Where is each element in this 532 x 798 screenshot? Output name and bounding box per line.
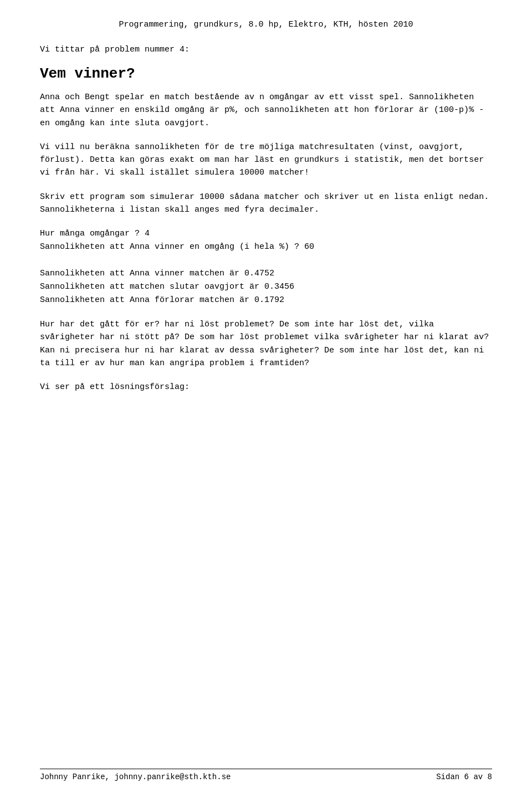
main-heading: Vem vinner? xyxy=(40,65,492,82)
header-title: Programmering, grundkurs, 8.0 hp, Elektr… xyxy=(119,20,413,29)
paragraph-1: Anna och Bengt spelar en match bestående… xyxy=(40,91,492,130)
paragraph-5: Vi ser på ett lösningsförslag: xyxy=(40,381,492,393)
footer-right: Sidan 6 av 8 xyxy=(436,773,492,781)
paragraph-2: Vi vill nu beräkna sannolikheten för de … xyxy=(40,141,492,180)
page-footer: Johnny Panrike, johnny.panrike@sth.kth.s… xyxy=(40,769,492,781)
problem-intro: Vi tittar på problem nummer 4: xyxy=(40,45,492,54)
page-container: Programmering, grundkurs, 8.0 hp, Elektr… xyxy=(0,0,532,798)
paragraph-4: Hur har det gått för er? har ni löst pro… xyxy=(40,318,492,370)
footer-left: Johnny Panrike, johnny.panrike@sth.kth.s… xyxy=(40,773,231,781)
page-header: Programmering, grundkurs, 8.0 hp, Elektr… xyxy=(40,20,492,29)
problem-label: Vi tittar på problem nummer 4: xyxy=(40,45,190,54)
example-block: Hur många omgångar ? 4 Sannolikheten att… xyxy=(40,227,492,307)
paragraph-3: Skriv ett program som simulerar 10000 så… xyxy=(40,191,492,217)
